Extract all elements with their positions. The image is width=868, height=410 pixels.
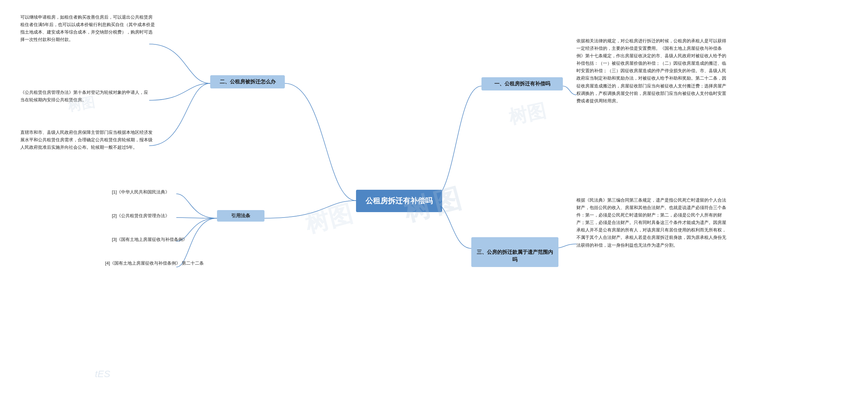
law-item-2: [2]《公共租赁住房管理办法》: [112, 212, 170, 220]
node-r1-label: 一、公租房拆迁有补偿吗: [494, 81, 550, 86]
law4-label: [4]《国有土地上房屋征收与补偿条例》 第二十二条: [105, 261, 204, 266]
law-item-1: [1]《中华人民共和国民法典》: [112, 188, 170, 196]
center-node: 公租房拆迁有补偿吗: [356, 190, 442, 212]
watermark-4: 树图: [507, 98, 548, 130]
text-mid-left-content: 《公共租赁住房管理办法》第十条对登记为轮候对象的申请人，应当在轮候期内安排公共租…: [20, 90, 148, 102]
text-block-right-top: 依据相关法律的规定，对公租房进行拆迁的时候，公租房的承租人是可以获得一定经济补偿…: [576, 37, 729, 105]
text-block-top-left: 可以继续申请租房，如租住者购买改善住房后，可以退出公共租赁房租住者住满5年后，也…: [20, 14, 156, 43]
canvas: 树图 公租房拆迁有补偿吗 一、公租房拆迁有补偿吗: [0, 0, 868, 410]
tes-watermark: tES: [95, 369, 110, 380]
text-top-left-content: 可以继续申请租房，如租住者购买改善住房后，可以退出公共租赁房租住者住满5年后，也…: [20, 15, 155, 42]
law2-label: [2]《公共租赁住房管理办法》: [112, 213, 170, 218]
text-block-bot-left: 直辖市和市、县级人民政府住房保障主管部门应当根据本地区经济发展水平和公共租赁住房…: [20, 129, 156, 151]
text-right-top-content: 依据相关法律的规定，对公租房进行拆迁的时候，公租房的承租人是可以获得一定经济补偿…: [576, 38, 726, 103]
watermark-3: 树图: [302, 198, 356, 241]
text-block-right-bot: 根据《民法典》第三编合同第三条规定，遗产是指公民死亡时遗留的个人合法财产，包括公…: [576, 197, 729, 249]
node-r3: 三、公房的拆迁款属于遗产范围内 吗: [471, 237, 558, 267]
node-r3-label: 三、公房的拆迁款属于遗产范围内 吗: [477, 249, 553, 263]
law1-label: [1]《中华人民共和国民法典》: [112, 189, 170, 194]
node-r1: 一、公租房拆迁有补偿吗: [481, 77, 563, 90]
law-item-4: [4]《国有土地上房屋征收与补偿条例》 第二十二条: [105, 260, 204, 267]
node-law-label: 引用法条: [231, 213, 250, 218]
text-block-mid-left: 《公共租赁住房管理办法》第十条对登记为轮候对象的申请人，应当在轮候期内安排公共租…: [20, 89, 149, 104]
law-item-3: [3]《国有土地上房屋征收与补偿条例》: [112, 236, 187, 243]
node-l2-label: 二、公租房被拆迁怎么办: [220, 79, 276, 84]
law3-label: [3]《国有土地上房屋征收与补偿条例》: [112, 237, 187, 242]
text-right-bot-content: 根据《民法典》第三编合同第三条规定，遗产是指公民死亡时遗留的个人合法财产，包括公…: [576, 198, 726, 248]
node-law: 引用法条: [217, 210, 264, 222]
text-bot-left-content: 直辖市和市、县级人民政府住房保障主管部门应当根据本地区经济发展水平和公共租赁住房…: [20, 130, 153, 150]
node-l2: 二、公租房被拆迁怎么办: [210, 75, 285, 88]
